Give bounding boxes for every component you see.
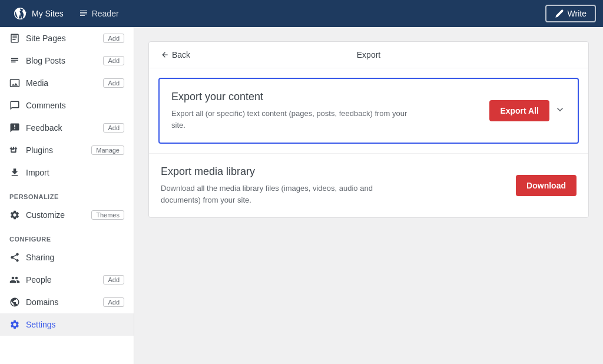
sidebar-item-customize[interactable]: Customize Themes <box>0 204 134 226</box>
feedback-icon <box>9 123 20 133</box>
blog-posts-label: Blog Posts <box>26 56 103 65</box>
feedback-add[interactable]: Add <box>103 123 124 133</box>
sidebar-item-media[interactable]: Media Add <box>0 72 134 94</box>
media-icon <box>9 78 20 88</box>
media-label: Media <box>26 78 103 88</box>
people-add[interactable]: Add <box>103 275 124 284</box>
media-section-title: Export media library <box>161 166 516 178</box>
comments-icon <box>9 100 20 111</box>
plugins-label: Plugins <box>26 145 91 155</box>
domains-label: Domains <box>26 297 103 307</box>
back-label: Back <box>172 50 190 59</box>
export-content-card: Export your content Export all (or speci… <box>158 78 579 144</box>
site-pages-label: Site Pages <box>26 34 103 43</box>
sidebar-item-domains[interactable]: Domains Add <box>0 291 134 313</box>
sidebar-item-feedback[interactable]: Feedback Add <box>0 117 134 139</box>
export-card-actions: Export All <box>489 100 566 121</box>
write-icon <box>555 9 564 18</box>
customize-label: Customize <box>26 210 91 220</box>
comments-label: Comments <box>26 101 124 110</box>
customize-themes[interactable]: Themes <box>91 210 124 220</box>
panel-header: Back Export <box>149 42 588 68</box>
plugins-icon <box>9 145 20 155</box>
sidebar-item-plugins[interactable]: Plugins Manage <box>0 139 134 161</box>
media-library-section: Export media library Download all the me… <box>149 153 588 217</box>
plugins-manage[interactable]: Manage <box>91 145 124 155</box>
sidebar-item-site-pages[interactable]: Site Pages Add <box>0 27 134 49</box>
media-section-desc: Download all the media library files (im… <box>161 183 408 206</box>
top-navigation: My Sites Reader Write <box>0 0 603 27</box>
sharing-label: Sharing <box>26 253 124 262</box>
sidebar-item-comments[interactable]: Comments <box>0 94 134 117</box>
my-sites-label: My Sites <box>32 9 64 18</box>
blog-icon <box>9 55 20 66</box>
settings-icon <box>9 319 20 330</box>
sidebar-item-settings[interactable]: Settings <box>0 313 134 336</box>
sidebar-item-people[interactable]: People Add <box>0 269 134 291</box>
sidebar-item-import[interactable]: Import <box>0 161 134 184</box>
export-panel: Back Export Export your content Export a… <box>148 41 589 218</box>
expand-icon[interactable] <box>554 104 566 118</box>
main-layout: Site Pages Add Blog Posts Add Media Add … <box>0 27 603 364</box>
sidebar: Site Pages Add Blog Posts Add Media Add … <box>0 27 134 364</box>
feedback-label: Feedback <box>26 123 103 133</box>
blog-posts-add[interactable]: Add <box>103 56 124 65</box>
back-link[interactable]: Back <box>161 50 190 59</box>
back-arrow-icon <box>161 51 169 59</box>
import-icon <box>9 167 20 178</box>
media-section-text: Export media library Download all the me… <box>161 166 516 206</box>
customize-icon <box>9 210 20 220</box>
write-label: Write <box>568 9 587 18</box>
chevron-down-svg <box>554 104 566 115</box>
reader-icon <box>79 9 88 18</box>
sharing-icon <box>9 252 20 263</box>
people-label: People <box>26 275 103 284</box>
site-pages-add[interactable]: Add <box>103 34 124 43</box>
domains-icon <box>9 297 20 307</box>
personalize-section: Personalize <box>0 184 134 204</box>
my-sites-nav[interactable]: My Sites <box>7 3 69 24</box>
configure-section: Configure <box>0 226 134 246</box>
sidebar-item-blog-posts[interactable]: Blog Posts Add <box>0 49 134 72</box>
export-card-text: Export your content Export all (or speci… <box>171 91 489 131</box>
reader-nav[interactable]: Reader <box>72 5 126 22</box>
export-all-button[interactable]: Export All <box>489 100 549 121</box>
reader-label: Reader <box>92 9 119 18</box>
domains-add[interactable]: Add <box>103 297 124 307</box>
people-icon <box>9 274 20 285</box>
export-card-title: Export your content <box>171 91 489 103</box>
top-nav-left: My Sites Reader <box>7 3 126 24</box>
download-button[interactable]: Download <box>516 175 577 196</box>
pages-icon <box>9 33 20 44</box>
settings-label: Settings <box>26 320 124 329</box>
media-add[interactable]: Add <box>103 78 124 88</box>
import-label: Import <box>26 168 124 177</box>
wordpress-icon <box>13 6 27 21</box>
panel-title: Export <box>357 50 380 59</box>
export-card-desc: Export all (or specific) text content (p… <box>171 108 419 131</box>
main-content: Back Export Export your content Export a… <box>134 27 603 364</box>
write-button[interactable]: Write <box>545 5 596 22</box>
sidebar-item-sharing[interactable]: Sharing <box>0 246 134 269</box>
